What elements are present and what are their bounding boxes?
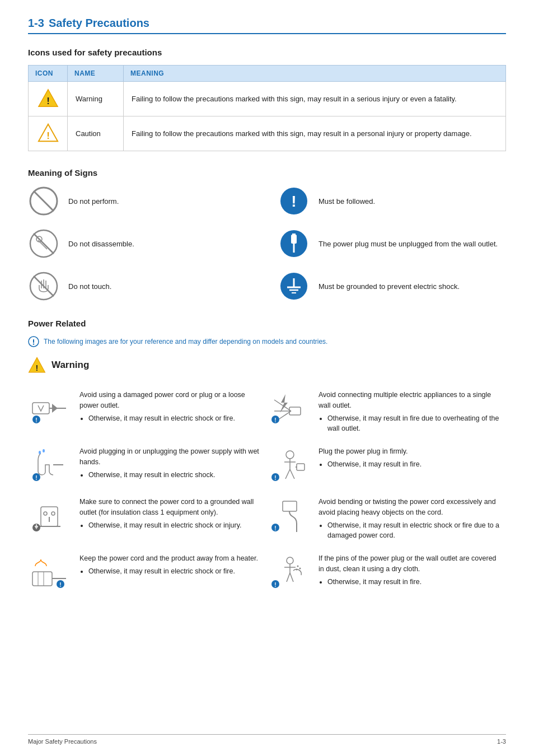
no-perform-text: Do not perform.	[68, 197, 119, 206]
section-number: 1-3	[28, 17, 44, 29]
power-item-3-image: !	[28, 446, 73, 486]
icons-section-heading: Icons used for safety precautions	[28, 48, 506, 57]
svg-point-42	[43, 449, 45, 452]
note-row: The following images are for your refere…	[28, 336, 506, 347]
warning-name: Warning	[68, 82, 124, 116]
svg-line-9	[34, 234, 54, 254]
ground-icon	[278, 270, 310, 302]
sign-item-unplug: The power plug must be unplugged from th…	[278, 228, 506, 259]
signs-grid: Do not perform. ! Must be followed.	[28, 185, 506, 302]
svg-point-26	[33, 343, 34, 344]
no-perform-icon	[28, 185, 59, 217]
no-disassemble-icon	[28, 228, 59, 259]
power-item-7-bullet: Otherwise, it may result in electric sho…	[88, 566, 261, 577]
caution-triangle-icon: !	[38, 122, 59, 143]
col-name: NAME	[68, 66, 124, 82]
plug-firmly-illustration: !	[269, 448, 311, 484]
power-item-2-text: Avoid connecting multiple electric appli…	[318, 390, 500, 435]
svg-rect-60	[283, 501, 297, 511]
power-item-4-text: Plug the power plug in firmly. Otherwise…	[318, 446, 500, 471]
sign-item-ground: Must be grounded to prevent electric sho…	[278, 270, 506, 302]
power-item-7-image: !	[28, 553, 73, 592]
signs-section-heading: Meaning of Signs	[28, 168, 506, 178]
svg-text:!: !	[36, 363, 39, 372]
power-item-2-image: !	[267, 390, 312, 429]
svg-text:!: !	[274, 582, 276, 588]
power-item-7: ! Keep the power cord and the product aw…	[28, 548, 267, 598]
warning-meaning: Failing to follow the precautions marked…	[124, 82, 506, 116]
col-meaning: MEANING	[124, 66, 506, 82]
power-item-1-main: Avoid using a damaged power cord or plug…	[79, 391, 245, 409]
note-icon	[28, 336, 39, 347]
power-related-section: Power Related The following images are f…	[28, 319, 506, 598]
svg-rect-46	[297, 464, 305, 470]
power-item-2-main: Avoid connecting multiple electric appli…	[318, 391, 491, 409]
svg-point-71	[299, 567, 301, 569]
power-item-8-image: !	[267, 553, 312, 592]
power-item-5-image	[28, 497, 73, 536]
svg-point-70	[297, 565, 298, 567]
no-touch-icon	[28, 270, 59, 302]
svg-point-69	[287, 557, 293, 564]
power-item-6-image: !	[267, 497, 312, 536]
unplug-icon	[278, 228, 310, 259]
svg-text:!: !	[46, 96, 50, 106]
svg-text:!: !	[274, 475, 276, 481]
no-touch-text: Do not touch.	[68, 282, 111, 291]
warning-heading-icon: !	[28, 356, 46, 374]
power-item-7-text: Keep the power cord and the product away…	[79, 553, 261, 578]
no-disassemble-svg	[28, 228, 59, 259]
svg-line-5	[34, 191, 54, 211]
power-item-6: ! Avoid bending or twisting the power co…	[267, 491, 506, 548]
power-item-8-text: If the pins of the power plug or the wal…	[318, 553, 500, 588]
note-text: The following images are for your refere…	[44, 338, 327, 346]
power-item-6-main: Avoid bending or twisting the power cord…	[318, 498, 496, 516]
power-item-3: ! Avoid plugging in or unplugging the po…	[28, 441, 267, 491]
warning-icon-cell: !	[29, 82, 68, 116]
no-touch-svg	[28, 270, 59, 302]
svg-text:!: !	[274, 417, 276, 423]
page-title: Safety Precautions	[49, 17, 149, 29]
svg-point-51	[44, 512, 47, 515]
wet-hands-illustration: !	[30, 448, 72, 484]
power-items-grid: ! Avoid using a damaged power cord or pl…	[28, 384, 506, 598]
bent-cord-illustration: !	[269, 498, 311, 535]
power-item-3-main: Avoid plugging in or unplugging the powe…	[79, 447, 259, 466]
icons-section: Icons used for safety precautions ICON N…	[28, 48, 506, 151]
no-perform-svg	[28, 185, 59, 217]
caution-name: Caution	[68, 116, 124, 151]
power-item-1-text: Avoid using a damaged power cord or plug…	[79, 390, 261, 424]
power-section-heading: Power Related	[28, 319, 506, 328]
svg-rect-63	[32, 572, 52, 586]
power-item-6-bullet: Otherwise, it may result in electric sho…	[327, 520, 500, 542]
grounded-outlet-illustration	[30, 498, 72, 535]
sign-item-no-disassemble: Do not disassemble.	[28, 228, 256, 259]
must-follow-text: Must be followed.	[318, 197, 375, 206]
svg-rect-15	[294, 234, 296, 236]
power-item-4-bullet: Otherwise, it may result in fire.	[327, 459, 500, 470]
damaged-cord-illustration: !	[30, 391, 72, 428]
unplug-text: The power plug must be unplugged from th…	[318, 240, 498, 248]
signs-section: Meaning of Signs Do not perform. ! Must …	[28, 168, 506, 302]
power-item-7-main: Keep the power cord and the product away…	[79, 554, 258, 562]
heater-illustration: !	[30, 555, 72, 591]
svg-point-45	[286, 451, 294, 459]
icons-table: ICON NAME MEANING ! Warning Failing to f…	[28, 65, 506, 151]
footer-left: Major Safety Precautions	[28, 738, 97, 745]
power-item-5-bullet: Otherwise, it may result in electric sho…	[88, 520, 261, 531]
must-follow-svg: !	[278, 185, 310, 217]
caution-icon-cell: !	[29, 116, 68, 151]
table-row: ! Warning Failing to follow the precauti…	[29, 82, 506, 116]
warning-label: Warning	[51, 360, 89, 371]
power-item-4-image: !	[267, 446, 312, 486]
warning-heading: ! Warning	[28, 356, 506, 374]
sign-item-no-touch: Do not touch.	[28, 270, 256, 302]
page-header: 1-3Safety Precautions	[28, 17, 506, 34]
unplug-svg	[278, 228, 310, 259]
svg-point-41	[39, 451, 41, 454]
power-item-5-text: Make sure to connect the power cord to a…	[79, 497, 261, 531]
col-icon: ICON	[29, 66, 68, 82]
power-item-6-text: Avoid bending or twisting the power cord…	[318, 497, 500, 542]
power-item-5-main: Make sure to connect the power cord to a…	[79, 498, 254, 516]
warning-triangle-icon: !	[38, 87, 59, 109]
